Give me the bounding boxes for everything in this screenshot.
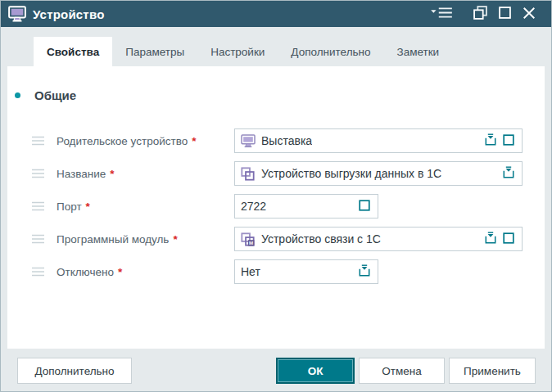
form-row-port: Порт* 2722 [7,194,545,219]
open-button[interactable] [500,229,518,249]
tab-label: Параметры [125,46,184,58]
drag-handle-icon[interactable] [32,234,45,244]
section-bullet-icon [15,92,20,98]
restore-icon [473,6,487,22]
choose-icon [502,166,515,182]
dialog-footer: Дополнительно ОК Отмена Применить [1,349,551,392]
field-label: Порт* [57,201,90,213]
tab-properties[interactable]: Свойства [34,37,112,66]
choose-icon [358,264,371,280]
port-value: 2722 [241,200,266,213]
required-marker: * [86,201,90,213]
tab-label: Свойства [47,46,99,58]
choose-icon [484,133,497,149]
drag-handle-icon[interactable] [32,169,45,178]
choose-from-list-button[interactable] [355,262,373,282]
maximize-icon [499,7,511,21]
program-module-value: Устройство связи с 1С [261,232,381,246]
tab-additional[interactable]: Дополнительно [278,37,383,66]
additional-button[interactable]: Дополнительно [17,358,132,384]
ok-button[interactable]: ОК [276,358,355,384]
name-field[interactable]: Устройство выгрузки данных в 1С [234,161,523,186]
port-field[interactable]: 2722 [234,194,378,219]
parent-device-field[interactable]: Выставка [234,128,523,153]
open-icon [502,232,515,247]
form-row-disabled: Отключено* Нет [7,259,545,284]
device-dialog-window: Устройство [0,0,552,392]
choose-icon [484,232,497,247]
tab-bar: Свойства Параметры Настройки Дополнитель… [1,37,551,66]
name-value: Устройство выгрузки данных в 1С [261,167,441,180]
tab-label: Дополнительно [291,46,370,58]
section-general: Общие [7,88,545,102]
apply-button[interactable]: Применить [449,358,536,384]
field-label: Программный модуль* [57,233,178,246]
tab-parameters[interactable]: Параметры [112,37,197,66]
maximize-window-button[interactable] [492,3,517,25]
device-icon [241,167,256,181]
drag-handle-icon[interactable] [32,201,45,211]
parent-device-value: Выставка [261,134,312,147]
open-button[interactable] [355,196,373,216]
drag-handle-icon[interactable] [32,267,45,277]
choose-from-list-button[interactable] [500,164,518,183]
field-label: Название* [57,168,115,180]
required-marker: * [192,135,196,147]
choose-from-list-button[interactable] [482,229,500,249]
form-row-parent-device: Родительское устройство* Выставка [7,128,545,153]
hamburger-menu-icon [431,7,452,21]
form-row-program-module: Программный модуль* M Устройство связи с… [7,227,545,251]
required-marker: * [110,168,114,180]
section-title: Общие [34,88,76,102]
titlebar: Устройство [1,1,551,27]
disabled-value: Нет [241,265,260,278]
monitor-icon [241,134,256,148]
tab-label: Заметки [397,46,440,58]
program-module-icon: M [241,232,256,246]
window-title: Устройство [33,7,105,21]
monitor-icon [8,6,26,22]
window-menu-button[interactable] [427,3,456,25]
tab-notes[interactable]: Заметки [384,37,453,66]
open-icon [502,133,515,149]
drag-handle-icon[interactable] [32,136,45,146]
open-button[interactable] [500,131,518,151]
required-marker: * [173,233,177,246]
field-label: Родительское устройство* [57,135,196,147]
restore-window-button[interactable] [468,3,492,25]
form-row-name: Название* Устройство выгрузки данных в 1… [7,161,545,186]
program-module-field[interactable]: M Устройство связи с 1С [234,227,523,251]
properties-panel: Общие Родительское устройство* Выставка [7,66,545,349]
cancel-button[interactable]: Отмена [359,358,445,384]
tab-label: Настройки [210,46,265,58]
tab-settings[interactable]: Настройки [197,37,278,66]
field-label: Отключено* [57,266,122,278]
close-icon [523,7,536,22]
choose-from-list-button[interactable] [482,131,500,151]
disabled-field[interactable]: Нет [234,259,378,284]
required-marker: * [118,266,122,278]
open-icon [358,199,371,214]
close-window-button[interactable] [517,3,541,25]
svg-text:M: M [249,240,253,246]
